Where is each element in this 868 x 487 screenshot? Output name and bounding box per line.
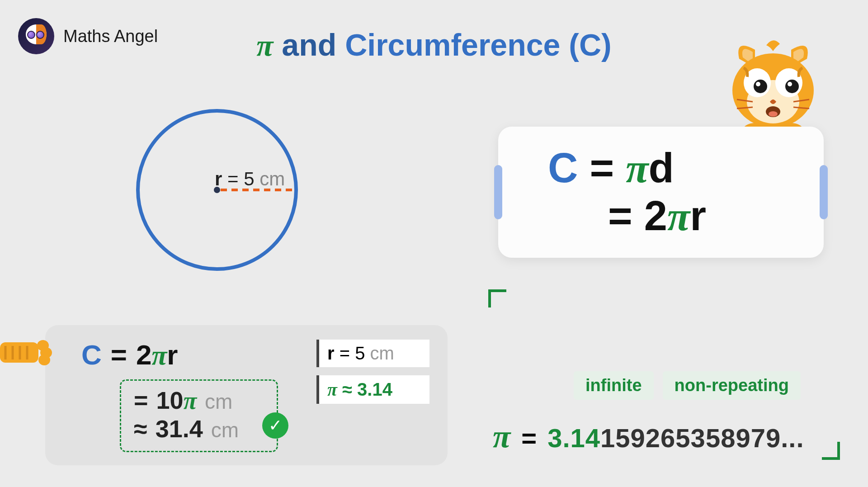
calc-result-exact: = 10π cm [134, 386, 264, 415]
formula-pid: πd [626, 144, 674, 192]
svg-point-9 [756, 82, 760, 86]
calc-results-box: = 10π cm ≈ 31.4 cm ✓ [120, 379, 278, 452]
svg-point-8 [785, 80, 799, 93]
cat-paw-icon [0, 338, 54, 367]
brand-name: Maths Angel [63, 27, 158, 46]
logo-badge [18, 18, 54, 54]
svg-point-22 [38, 355, 50, 365]
card-handle-right [820, 165, 828, 219]
tag-infinite: infinite [574, 371, 654, 400]
formula-line-1: C = πd [548, 144, 824, 192]
formula-eq1: = [590, 144, 614, 192]
formula-card: C = πd = 2πr [498, 127, 824, 258]
title-pi: π [256, 28, 273, 62]
svg-point-12 [769, 111, 778, 117]
pi-property-tags: infinite non-repeating [547, 371, 827, 400]
card-handle-left [494, 165, 502, 219]
formula-eq2: = [608, 192, 632, 240]
title-circumference: Circumference (C) [345, 28, 612, 62]
tag-non-repeating: non-repeating [663, 371, 801, 400]
page-title: π and Circumference (C) [256, 27, 611, 63]
formula-line-2: = 2πr [608, 192, 824, 240]
radius-unit: cm [255, 168, 285, 189]
brand-logo: Maths Angel [18, 18, 158, 54]
ref-radius: r = 5 cm [316, 340, 429, 367]
radius-var: r [215, 168, 222, 189]
formula-2pir: 2πr [644, 192, 706, 240]
radius-val: = 5 [227, 168, 255, 189]
svg-point-7 [754, 80, 767, 93]
cat-mascot [721, 34, 825, 138]
calculation-panel: C = 2πr = 10π cm ≈ 31.4 cm ✓ r = 5 cm π … [45, 325, 448, 465]
pi-digits: 3.14159265358979... [547, 423, 804, 453]
calc-2pir: 2πr [136, 339, 178, 371]
formula-c: C [548, 144, 578, 192]
title-and: and [273, 28, 345, 62]
reference-values: r = 5 cm π ≈ 3.14 [316, 340, 429, 404]
pi-symbol: π [493, 418, 510, 455]
calc-eq: = [111, 339, 127, 371]
circle-svg [127, 99, 307, 280]
svg-point-10 [788, 82, 792, 86]
pi-info-section: infinite non-repeating π = 3.14159265358… [493, 371, 827, 455]
calc-result-approx: ≈ 31.4 cm [134, 415, 264, 443]
calc-c: C [81, 339, 102, 371]
circle-diagram: r = 5 cm [127, 99, 307, 280]
check-icon: ✓ [262, 412, 288, 439]
pi-value: π = 3.14159265358979... [493, 418, 827, 455]
pi-eq: = [521, 423, 537, 453]
ref-pi: π ≈ 3.14 [316, 375, 429, 404]
radius-label: r = 5 cm [215, 168, 285, 190]
corner-bracket-tl [488, 289, 506, 307]
